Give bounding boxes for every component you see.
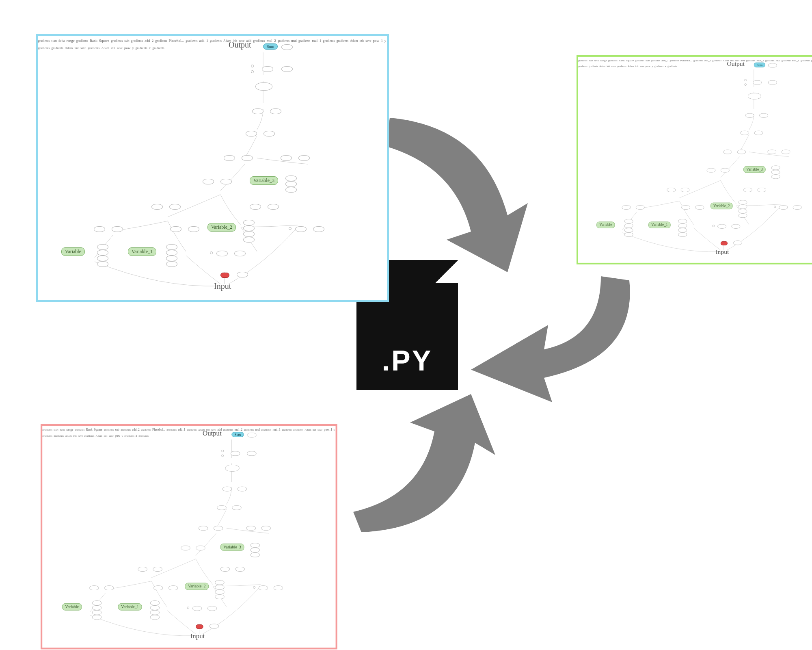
mul2-op xyxy=(743,188,752,192)
add1-op xyxy=(707,168,716,173)
add-op xyxy=(151,204,163,210)
var1: Variable_1 xyxy=(128,247,156,256)
sub-op xyxy=(246,131,257,136)
input-label: Input xyxy=(190,632,205,640)
op-gradients-sum xyxy=(768,63,777,68)
add-op xyxy=(138,567,147,572)
arrow-from-green xyxy=(467,276,637,402)
mul-op xyxy=(89,585,99,590)
sum-node: Sum xyxy=(263,43,278,50)
square-op xyxy=(252,108,263,114)
rank-op xyxy=(255,82,272,91)
mul-op xyxy=(94,226,105,232)
var1: Variable_1 xyxy=(118,603,142,611)
var2: Variable_2 xyxy=(185,583,209,590)
file-ext: .PY xyxy=(356,344,458,377)
rank-op xyxy=(748,93,761,100)
var2: Variable_2 xyxy=(207,223,236,232)
range-grad xyxy=(247,451,257,456)
mul2-op xyxy=(220,567,230,572)
rank-op xyxy=(225,465,239,472)
pow-op xyxy=(192,606,202,611)
mul-op xyxy=(622,205,631,210)
square-op xyxy=(745,113,754,118)
add1-op xyxy=(203,179,214,184)
output-label: Output xyxy=(203,429,222,437)
mul1-op xyxy=(170,226,181,232)
input-label: Input xyxy=(214,282,231,291)
var0: Variable xyxy=(62,603,82,611)
sub-op xyxy=(740,131,749,135)
add-op xyxy=(667,188,676,192)
add2-op xyxy=(199,526,208,531)
pow-op xyxy=(717,224,726,229)
square-op xyxy=(222,487,232,492)
placeholder-op xyxy=(246,526,256,531)
var3: Variable_3 xyxy=(250,176,278,185)
var3: Variable_3 xyxy=(743,166,766,173)
input-label: Input xyxy=(715,248,729,256)
graph-edges xyxy=(42,426,335,648)
sum-node: Sum xyxy=(231,432,244,437)
pow-op xyxy=(216,251,228,256)
add2-op xyxy=(224,155,235,161)
add2-op xyxy=(723,150,732,154)
sub-op xyxy=(217,505,227,510)
output-label: Output xyxy=(727,60,745,67)
graph-edges xyxy=(578,57,812,263)
mul1-op xyxy=(153,585,163,590)
tf-graph: Output Sum gradients start delta range g… xyxy=(38,36,387,300)
mul1-op xyxy=(681,205,690,210)
var3: Variable_3 xyxy=(220,544,244,551)
op-gradients-sum xyxy=(247,433,257,438)
x-node xyxy=(196,624,203,629)
op-gradients-sum xyxy=(281,44,293,50)
pow1-op xyxy=(779,205,788,210)
x-node xyxy=(721,241,728,245)
range-op xyxy=(231,451,240,456)
graph-panel-green: Output Sum gradients start delta range g… xyxy=(577,55,812,264)
arrow-from-blue xyxy=(382,110,536,280)
placeholder-op xyxy=(767,150,776,154)
x-node xyxy=(220,273,229,278)
pow1-op xyxy=(295,226,307,232)
arrow-from-red xyxy=(353,394,499,540)
graph-panel-blue: Output Sum gradients start delta range g… xyxy=(36,34,389,302)
output-label: Output xyxy=(229,40,251,50)
range-op xyxy=(262,66,273,72)
tf-graph: Output Sum gradients start delta range g… xyxy=(42,426,335,648)
range-grad xyxy=(281,66,293,72)
graph-edges xyxy=(38,36,387,300)
var0: Variable xyxy=(61,247,85,256)
pow1-op xyxy=(259,585,268,590)
placeholder-op xyxy=(281,155,292,161)
graph-panel-red: Output Sum gradients start delta range g… xyxy=(41,424,337,649)
var1: Variable_1 xyxy=(648,222,671,228)
mul2-op xyxy=(250,204,261,210)
range-op xyxy=(753,80,762,85)
add1-op xyxy=(181,546,190,550)
var2: Variable_2 xyxy=(710,203,733,209)
var0: Variable xyxy=(596,222,615,228)
tf-graph: Output Sum gradients start delta range g… xyxy=(578,57,812,263)
sum-node: Sum xyxy=(754,63,765,67)
range-grad xyxy=(768,80,777,85)
